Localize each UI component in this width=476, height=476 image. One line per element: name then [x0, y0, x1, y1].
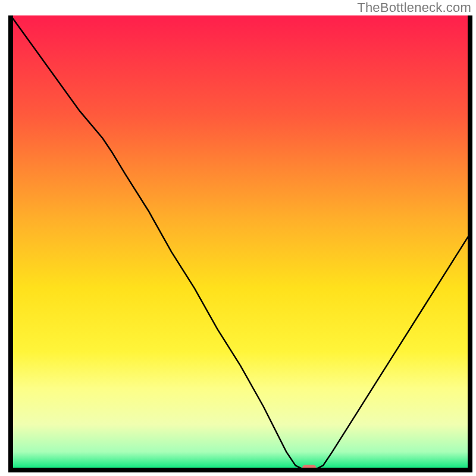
chart-svg — [0, 0, 476, 476]
chart-background — [11, 15, 470, 470]
bottleneck-chart: TheBottleneck.com — [0, 0, 476, 476]
watermark-label: TheBottleneck.com — [357, 0, 471, 15]
